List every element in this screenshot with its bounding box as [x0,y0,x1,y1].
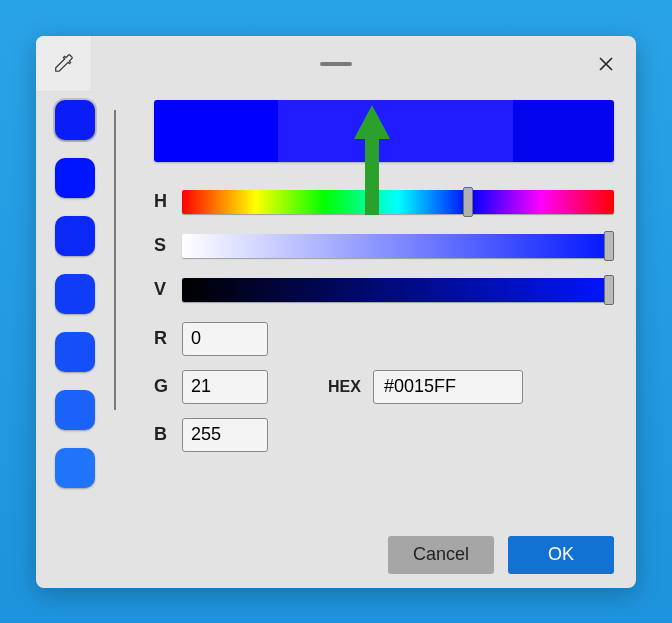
eyedropper-icon [53,52,75,74]
saturation-label: S [154,235,168,256]
ok-button[interactable]: OK [508,536,614,574]
hue-thumb[interactable] [463,187,473,217]
swatch-column [36,92,114,588]
swatch-item[interactable] [55,390,95,430]
r-label: R [154,328,168,349]
hex-label: HEX [328,378,361,396]
g-input[interactable] [182,370,268,404]
value-slider[interactable] [182,278,614,302]
b-label: B [154,424,168,445]
close-button[interactable] [594,52,618,76]
r-input[interactable] [182,322,268,356]
hue-label: H [154,191,168,212]
b-input[interactable] [182,418,268,452]
titlebar [36,36,636,92]
saturation-thumb[interactable] [604,231,614,261]
swatch-item[interactable] [55,332,95,372]
value-label: V [154,279,168,300]
color-preview [154,100,614,162]
color-picker-dialog: H S V R [36,36,636,588]
cancel-button[interactable]: Cancel [388,536,494,574]
swatch-item[interactable] [55,158,95,198]
swatch-item[interactable] [55,448,95,488]
drag-handle[interactable] [320,62,352,66]
value-thumb[interactable] [604,275,614,305]
swatch-item[interactable] [55,216,95,256]
close-icon [598,56,614,72]
hue-slider[interactable] [182,190,614,214]
eyedropper-button[interactable] [36,36,92,92]
hex-input[interactable] [373,370,523,404]
saturation-slider[interactable] [182,234,614,258]
swatch-item[interactable] [55,100,95,140]
swatch-item[interactable] [55,274,95,314]
g-label: G [154,376,168,397]
